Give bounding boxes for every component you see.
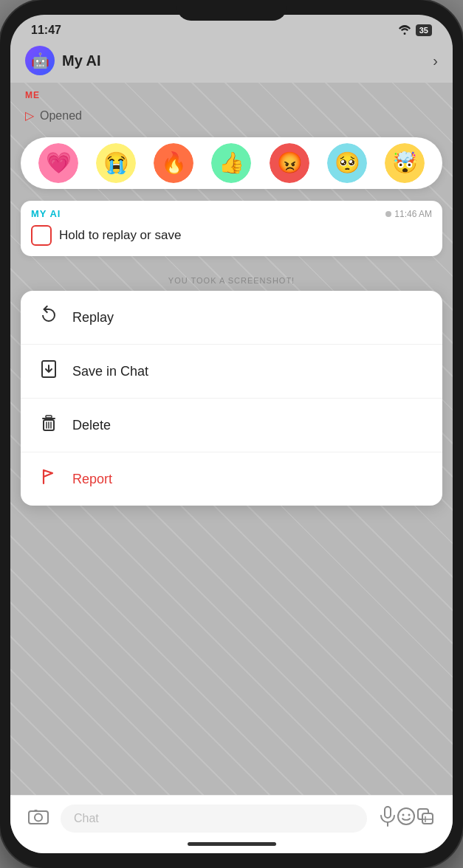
opened-row: ▷ Opened — [25, 108, 82, 123]
replay-label: Replay — [72, 310, 114, 326]
status-icons: 35 — [398, 24, 432, 37]
home-bar — [188, 842, 276, 846]
delete-icon — [38, 413, 59, 437]
replay-icon — [38, 306, 59, 329]
svg-point-27 — [402, 814, 405, 816]
notch — [176, 0, 287, 21]
chat-input[interactable]: Chat — [61, 805, 367, 833]
myai-message-card: MY AI 11:46 AM Hold to replay or save — [21, 201, 442, 256]
save-label: Save in Chat — [72, 364, 148, 379]
wifi-icon — [398, 24, 411, 37]
phone-screen: 11:47 35 🤖 My AI › — [10, 15, 453, 853]
svg-rect-16 — [46, 416, 52, 418]
message-text: Hold to replay or save — [59, 228, 181, 243]
flag-icon — [38, 467, 59, 491]
message-content: Hold to replay or save — [31, 225, 432, 246]
time-dot-icon — [385, 211, 391, 217]
save-icon — [38, 359, 59, 383]
message-snap-icon — [31, 225, 52, 246]
chat-title: My AI — [62, 52, 101, 69]
svg-rect-24 — [385, 807, 391, 818]
menu-item-report[interactable]: Report — [21, 452, 442, 506]
context-menu: Replay Save in Chat — [21, 291, 442, 506]
emoji-icon[interactable] — [397, 807, 416, 830]
chat-placeholder: Chat — [74, 812, 99, 824]
svg-rect-30 — [422, 813, 433, 824]
chat-area: ME ▷ Opened 💗 😭 — [10, 83, 453, 795]
chat-header: 🤖 My AI › — [10, 40, 453, 83]
myai-time: 11:46 AM — [385, 209, 432, 219]
menu-item-save[interactable]: Save in Chat — [21, 345, 442, 399]
battery-indicator: 35 — [416, 24, 432, 36]
play-icon: ▷ — [25, 108, 34, 123]
mic-icon[interactable] — [379, 806, 397, 831]
svg-text:👍: 👍 — [219, 151, 244, 175]
svg-text:😭: 😭 — [103, 151, 129, 175]
emoji-fire[interactable]: 🔥 — [154, 143, 193, 183]
emoji-cry[interactable]: 😭 — [96, 143, 136, 183]
svg-point-26 — [398, 808, 414, 824]
svg-point-28 — [408, 814, 411, 816]
svg-rect-23 — [34, 810, 38, 812]
menu-item-delete[interactable]: Delete — [21, 399, 442, 452]
opened-text: Opened — [40, 109, 82, 123]
svg-text:🥺: 🥺 — [334, 151, 360, 175]
status-time: 11:47 — [31, 24, 61, 37]
svg-point-22 — [35, 814, 42, 822]
svg-text:😡: 😡 — [276, 151, 302, 175]
emoji-angry[interactable]: 😡 — [270, 143, 309, 183]
emoji-thumbsup[interactable]: 👍 — [211, 143, 251, 183]
avatar[interactable]: 🤖 — [25, 46, 55, 75]
emoji-heart[interactable]: 💗 — [38, 143, 78, 183]
myai-label: MY AI — [31, 208, 61, 219]
screenshot-notice: YOU TOOK A SCREENSHOT! — [10, 276, 453, 285]
me-label: ME — [25, 90, 40, 100]
myai-timestamp: 11:46 AM — [394, 209, 432, 219]
report-label: Report — [72, 472, 112, 487]
emoji-reaction-row: 💗 😭 🔥 — [21, 137, 442, 189]
menu-item-replay[interactable]: Replay — [21, 291, 442, 345]
delete-label: Delete — [72, 418, 111, 433]
svg-text:🤯: 🤯 — [391, 151, 417, 175]
svg-text:🔥: 🔥 — [161, 151, 187, 175]
chevron-right-icon[interactable]: › — [433, 52, 438, 69]
emoji-exploding[interactable]: 🤯 — [385, 143, 425, 183]
svg-text:💗: 💗 — [46, 151, 72, 175]
emoji-pleading[interactable]: 🥺 — [327, 143, 367, 183]
myai-card-header: MY AI 11:46 AM — [31, 208, 432, 219]
header-left: 🤖 My AI — [25, 46, 101, 75]
camera-icon[interactable] — [28, 807, 49, 830]
sticker-icon[interactable] — [416, 807, 435, 830]
phone-device: 11:47 35 🤖 My AI › — [0, 0, 463, 868]
